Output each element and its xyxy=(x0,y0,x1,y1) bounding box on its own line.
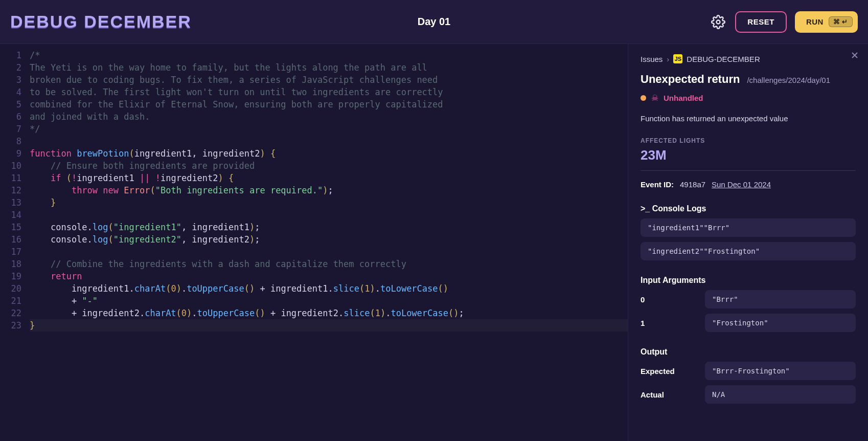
console-log-entry: "ingredient1""Brrr" xyxy=(641,218,856,237)
code-content[interactable]: /*The Yeti is on the way home to family,… xyxy=(30,44,628,441)
line-number: 9 xyxy=(0,147,21,160)
output-row: Expected"Brrr-Frostington" xyxy=(641,362,856,380)
line-number: 5 xyxy=(0,98,21,111)
issue-title-row: Unexpected return /challenges/2024/day/0… xyxy=(641,73,856,86)
main: 1234567891011121314151617181920212223 /*… xyxy=(0,44,868,441)
arg-row: 1"Frostington" xyxy=(641,314,856,332)
close-icon xyxy=(850,50,860,60)
arg-value: "Frostington" xyxy=(705,314,856,332)
code-line[interactable]: // Ensure both ingredients are provided xyxy=(30,160,628,172)
code-line[interactable]: The Yeti is on the way home to family, b… xyxy=(30,61,628,74)
divider xyxy=(641,170,856,171)
issue-message: Function has returned an unexpected valu… xyxy=(641,114,856,123)
line-number: 13 xyxy=(0,196,21,209)
event-date-link[interactable]: Sun Dec 01 2024 xyxy=(712,180,771,189)
line-number: 1 xyxy=(0,49,21,61)
console-logs-header: >_ Console Logs xyxy=(641,204,856,213)
line-number: 15 xyxy=(0,221,21,233)
crumb-root[interactable]: Issues xyxy=(641,55,663,63)
code-line[interactable]: + "-" xyxy=(30,295,628,307)
gear-icon xyxy=(711,15,725,29)
output-key: Expected xyxy=(641,367,697,376)
line-gutter: 1234567891011121314151617181920212223 xyxy=(0,44,30,441)
input-args-header: Input Arguments xyxy=(641,276,856,285)
code-line[interactable]: console.log("ingredient1", ingredient1); xyxy=(30,221,628,233)
issue-title: Unexpected return xyxy=(641,73,740,86)
line-number: 19 xyxy=(0,270,21,282)
arg-value: "Brrr" xyxy=(705,290,856,308)
code-line[interactable]: if (!ingredient1 || !ingredient2) { xyxy=(30,172,628,184)
line-number: 10 xyxy=(0,160,21,172)
line-number: 4 xyxy=(0,86,21,98)
topbar: DEBUG DECEMBER Day 01 RESET RUN ⌘ ↵ xyxy=(0,0,868,44)
event-id-label: Event ID: xyxy=(641,180,674,189)
status-label: Unhandled xyxy=(664,94,703,102)
output-key: Actual xyxy=(641,390,697,399)
code-line[interactable]: function brewPotion(ingredient1, ingredi… xyxy=(30,147,628,160)
line-number: 6 xyxy=(0,111,21,123)
line-number: 2 xyxy=(0,61,21,74)
code-line[interactable]: broken due to coding bugs. To fix them, … xyxy=(30,74,628,86)
arg-row: 0"Brrr" xyxy=(641,290,856,308)
event-row: Event ID: 4918a7 Sun Dec 01 2024 xyxy=(641,180,856,189)
line-number: 17 xyxy=(0,246,21,258)
skull-icon: ☠ xyxy=(651,93,658,103)
line-number: 12 xyxy=(0,184,21,196)
code-line[interactable]: and joined with a dash. xyxy=(30,111,628,123)
line-number: 16 xyxy=(0,233,21,246)
logo: DEBUG DECEMBER xyxy=(10,12,192,32)
output-header: Output xyxy=(641,347,856,357)
output-row: ActualN/A xyxy=(641,385,856,404)
issue-status: ☠ Unhandled xyxy=(641,93,856,103)
output-value: "Brrr-Frostington" xyxy=(705,362,856,380)
crumb-project: DEBUG-DECEMBER xyxy=(687,55,760,63)
breadcrumb: Issues › JS DEBUG-DECEMBER xyxy=(641,54,856,63)
console-log-entry: "ingredient2""Frostington" xyxy=(641,242,856,260)
code-line[interactable]: combined for the Elixir of Eternal Snow,… xyxy=(30,98,628,111)
affected-value: 23M xyxy=(641,147,856,163)
reset-button[interactable]: RESET xyxy=(735,11,787,33)
line-number: 3 xyxy=(0,74,21,86)
code-line[interactable]: return xyxy=(30,270,628,282)
code-line[interactable]: */ xyxy=(30,123,628,135)
code-line[interactable]: } xyxy=(30,196,628,209)
code-line[interactable] xyxy=(30,209,628,221)
topbar-actions: RESET RUN ⌘ ↵ xyxy=(710,11,858,33)
code-line[interactable]: } xyxy=(30,319,628,332)
close-panel-button[interactable] xyxy=(850,50,860,63)
line-number: 8 xyxy=(0,135,21,147)
code-line[interactable]: ingredient1.charAt(0).toUpperCase() + in… xyxy=(30,282,628,295)
issue-panel: Issues › JS DEBUG-DECEMBER Unexpected re… xyxy=(628,44,868,441)
run-shortcut: ⌘ ↵ xyxy=(829,16,853,27)
code-line[interactable]: + ingredient2.charAt(0).toUpperCase() + … xyxy=(30,307,628,319)
code-line[interactable] xyxy=(30,135,628,147)
line-number: 18 xyxy=(0,258,21,270)
settings-button[interactable] xyxy=(710,13,727,31)
code-line[interactable]: to be solved. The first light won't turn… xyxy=(30,86,628,98)
js-icon: JS xyxy=(673,54,682,63)
line-number: 22 xyxy=(0,307,21,319)
run-label: RUN xyxy=(806,17,824,26)
run-button[interactable]: RUN ⌘ ↵ xyxy=(795,11,858,33)
line-number: 20 xyxy=(0,282,21,295)
status-dot-icon xyxy=(641,95,646,101)
code-line[interactable] xyxy=(30,246,628,258)
arg-key: 0 xyxy=(641,295,697,304)
affected-label: AFFECTED LIGHTS xyxy=(641,137,856,144)
line-number: 11 xyxy=(0,172,21,184)
svg-point-0 xyxy=(717,20,720,24)
issue-path: /challenges/2024/day/01 xyxy=(747,76,830,84)
code-editor[interactable]: 1234567891011121314151617181920212223 /*… xyxy=(0,44,628,441)
line-number: 7 xyxy=(0,123,21,135)
line-number: 21 xyxy=(0,295,21,307)
line-number: 14 xyxy=(0,209,21,221)
code-line[interactable]: throw new Error("Both ingredients are re… xyxy=(30,184,628,196)
code-line[interactable]: console.log("ingredient2", ingredient2); xyxy=(30,233,628,246)
output-value: N/A xyxy=(705,385,856,404)
page-title: Day 01 xyxy=(418,16,451,28)
line-number: 23 xyxy=(0,319,21,332)
event-id-value: 4918a7 xyxy=(680,180,705,189)
code-line[interactable]: // Combine the ingredients with a dash a… xyxy=(30,258,628,270)
code-line[interactable]: /* xyxy=(30,49,628,61)
arg-key: 1 xyxy=(641,319,697,327)
